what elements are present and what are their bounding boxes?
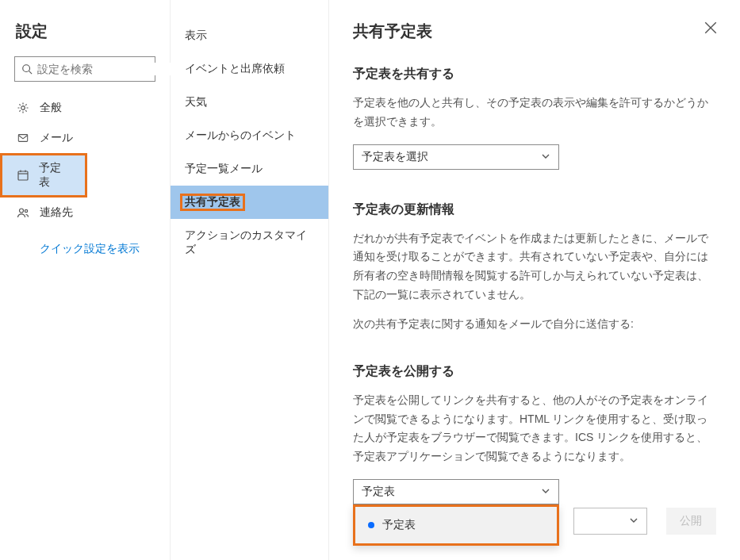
publish-calendar-select[interactable]: 予定表 [353,479,559,504]
updates-label: 次の共有予定表に関する通知をメールで自分に送信する: [353,317,716,332]
settings-category-nav: 設定 全般 メール 予定表 [0,0,171,560]
sub-item-agenda[interactable]: 予定一覧メール [171,152,328,186]
sub-item-view[interactable]: 表示 [171,19,328,52]
nav-item-mail[interactable]: メール [0,123,170,153]
close-button[interactable] [704,21,719,36]
publish-select-value: 予定表 [362,485,395,499]
share-title: 予定表を共有する [353,66,716,82]
chevron-down-icon [541,485,550,498]
sub-item-actions[interactable]: アクションのカスタマイズ [171,219,328,267]
publish-option-label: 予定表 [382,518,416,532]
contacts-icon [16,205,30,220]
nav-label: 全般 [40,101,62,115]
share-desc: 予定表を他の人と共有し、その予定表の表示や編集を許可するかどうかを選択できます。 [353,94,716,132]
publish-desc: 予定表を公開してリンクを共有すると、他の人がその予定表をオンラインで閲覧できるよ… [353,391,716,466]
share-calendar-select[interactable]: 予定表を選択 [353,144,559,170]
gear-icon [16,101,30,115]
section-updates: 予定表の更新情報 だれかが共有予定表でイベントを作成または更新したときに、メール… [353,201,716,332]
svg-point-0 [23,65,30,72]
calendar-color-dot [368,522,374,528]
sub-item-weather[interactable]: 天気 [171,86,328,119]
nav-label: 連絡先 [40,205,73,220]
settings-search-input[interactable] [37,63,176,75]
calendar-icon [16,168,29,182]
publish-option[interactable]: 予定表 [365,513,547,537]
publish-select-dropdown: 予定表 [353,504,559,546]
sub-item-frommail[interactable]: メールからのイベント [171,119,328,152]
svg-rect-4 [18,171,28,180]
nav-item-calendar[interactable]: 予定表 [0,153,87,198]
svg-point-2 [21,106,25,110]
sub-item-label: 共有予定表 [180,194,245,211]
share-select-value: 予定表を選択 [362,150,428,164]
updates-desc: だれかが共有予定表でイベントを作成または更新したときに、メールで通知を受け取るこ… [353,229,716,305]
svg-line-1 [29,71,33,75]
chevron-down-icon [541,151,550,163]
svg-point-8 [20,209,24,213]
nav-item-general[interactable]: 全般 [0,93,170,123]
svg-rect-3 [18,135,27,142]
page-title: 共有予定表 [353,21,716,42]
publish-permission-select[interactable] [573,508,647,535]
section-publish: 予定表を公開する 予定表を公開してリンクを共有すると、他の人がその予定表をオンラ… [353,363,716,535]
quick-settings-link[interactable]: クイック設定を表示 [0,228,170,256]
nav-item-contacts[interactable]: 連絡先 [0,198,170,228]
section-share: 予定表を共有する 予定表を他の人と共有し、その予定表の表示や編集を許可するかどう… [353,66,716,170]
settings-search[interactable] [14,56,155,82]
publish-title: 予定表を公開する [353,363,716,380]
nav-label: 予定表 [39,161,71,190]
updates-title: 予定表の更新情報 [353,201,716,218]
nav-label: メール [40,131,73,145]
settings-content: 共有予定表 予定表を共有する 予定表を他の人と共有し、その予定表の表示や編集を許… [329,0,740,560]
mail-icon [16,131,30,145]
sub-item-events[interactable]: イベントと出席依頼 [171,52,328,86]
chevron-down-icon [629,515,638,527]
settings-subnav: 表示 イベントと出席依頼 天気 メールからのイベント 予定一覧メール 共有予定表… [171,0,329,560]
publish-button[interactable]: 公開 [666,508,716,535]
settings-title: 設定 [0,14,170,56]
sub-item-shared-calendars[interactable]: 共有予定表 [171,186,328,219]
search-icon [21,62,33,76]
svg-point-9 [25,209,27,212]
